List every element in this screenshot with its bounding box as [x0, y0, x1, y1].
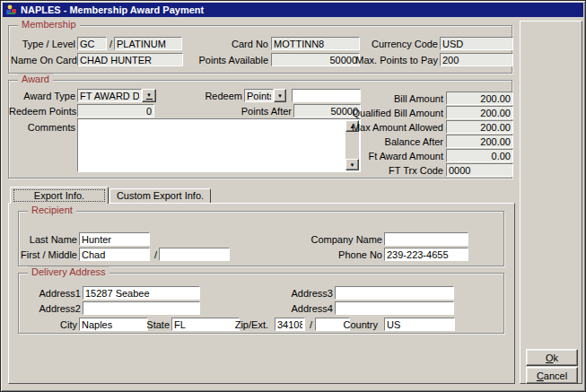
card-no-label: Card No: [197, 39, 268, 49]
tab-custom-export-info[interactable]: Custom Export Info.: [109, 188, 211, 203]
cancel-button[interactable]: Cancel: [526, 367, 578, 384]
card-no-field[interactable]: [271, 37, 360, 50]
balance-after-label: Balance After: [327, 136, 443, 147]
list-arrow-icon: ▼: [146, 92, 152, 98]
max-amount-allowed-label: Max Amount Allowed: [327, 122, 443, 133]
action-panel: Ok Cancel: [520, 21, 582, 384]
list-arrow-bar-icon: [146, 99, 153, 100]
type-level-label: Type / Level: [11, 39, 75, 49]
address4-field[interactable]: [335, 301, 454, 315]
qualified-bill-amount-field[interactable]: [446, 106, 513, 119]
address3-label: Address3: [277, 288, 333, 299]
comments-label: Comments: [11, 122, 75, 133]
address2-label: Address2: [27, 303, 81, 314]
award-type-dropdown-button[interactable]: ▼: [142, 89, 156, 102]
bill-amount-label: Bill Amount: [327, 93, 443, 104]
redeem-combo[interactable]: ▼: [244, 89, 286, 102]
first-middle-label: First / Middle: [19, 249, 77, 260]
recipient-group-title: Recipient: [28, 205, 76, 216]
ft-trx-code-label: FT Trx Code: [327, 165, 443, 176]
zip-slash: /: [310, 319, 312, 330]
ft-trx-code-field[interactable]: [446, 163, 513, 177]
ft-award-amount-field[interactable]: [446, 149, 513, 162]
tab-export-info[interactable]: Export Info.: [10, 187, 109, 204]
award-type-label: Award Type: [11, 91, 75, 101]
company-name-label: Company Name: [291, 234, 382, 245]
state-label: State: [134, 319, 170, 330]
membership-award-payment-window: NAPLES - Membership Award Payment Member…: [0, 0, 586, 392]
type-level-slash: /: [109, 39, 112, 49]
country-label: Country: [335, 319, 378, 330]
comments-textarea[interactable]: ▲ ▼: [77, 118, 361, 172]
membership-type-field[interactable]: [77, 37, 107, 50]
qualified-bill-amount-label: Qualified Bill Amount: [327, 108, 443, 118]
city-label: City: [23, 319, 77, 330]
award-type-combo[interactable]: ▼: [77, 89, 156, 102]
name-on-card-field[interactable]: [77, 53, 183, 66]
delivery-address-group-title: Delivery Address: [28, 266, 109, 278]
tab-focus-rect: [13, 189, 105, 202]
first-name-field[interactable]: [79, 248, 150, 261]
phone-no-field[interactable]: [384, 248, 468, 261]
membership-level-field[interactable]: [114, 37, 182, 50]
redeem-mode-field[interactable]: [244, 89, 274, 102]
points-after-label: Points After: [220, 106, 292, 117]
export-info-panel: Recipient Last Name First / Middle / Com…: [8, 203, 515, 384]
first-middle-slash: /: [154, 249, 157, 260]
name-on-card-label: Name On Card: [11, 55, 75, 65]
last-name-label: Last Name: [22, 234, 77, 245]
zip-ext-label: Zip/Ext.: [225, 319, 268, 330]
ok-button-label: Ok: [527, 351, 577, 365]
redeem-points-field[interactable]: [77, 104, 154, 118]
recipient-group: Recipient Last Name First / Middle / Com…: [18, 211, 504, 266]
address3-field[interactable]: [335, 286, 454, 300]
company-name-field[interactable]: [384, 232, 468, 246]
ft-award-amount-label: Ft Award Amount: [327, 151, 443, 161]
max-points-to-pay-field[interactable]: [440, 53, 513, 66]
window-title: NAPLES - Membership Award Payment: [21, 4, 204, 15]
currency-code-field[interactable]: [440, 37, 513, 50]
membership-group: Membership Type / Level / Card No Curren…: [8, 25, 512, 74]
award-group-title: Award: [18, 74, 53, 85]
last-name-field[interactable]: [79, 232, 150, 246]
address1-field[interactable]: [83, 286, 200, 300]
delivery-address-group: Delivery Address Address1 Address3 Addre…: [18, 273, 504, 334]
bill-amount-field[interactable]: [446, 91, 513, 105]
max-points-to-pay-label: Max. Points to Pay: [332, 55, 438, 65]
cancel-button-label: Cancel: [527, 369, 577, 383]
middle-name-field[interactable]: [159, 248, 230, 261]
redeem-label: Redeem: [188, 91, 242, 101]
tab-custom-export-info-label: Custom Export Info.: [110, 189, 210, 203]
max-amount-allowed-field[interactable]: [446, 120, 513, 134]
titlebar: NAPLES - Membership Award Payment: [3, 3, 583, 17]
dropdown-arrow-icon: ▼: [277, 93, 283, 99]
zip-field[interactable]: [275, 318, 305, 331]
address4-label: Address4: [277, 303, 333, 314]
address1-label: Address1: [27, 288, 81, 299]
award-type-field[interactable]: [77, 89, 142, 102]
award-group: Award Award Type ▼ Redeem ▼ Redeem Point…: [8, 80, 512, 179]
redeem-points-label: Redeem Points: [9, 106, 75, 117]
membership-group-title: Membership: [18, 19, 80, 30]
country-field[interactable]: [384, 318, 455, 331]
redeem-dropdown-button[interactable]: ▼: [274, 89, 286, 102]
ok-button[interactable]: Ok: [526, 349, 578, 366]
balance-after-field[interactable]: [446, 135, 513, 148]
address2-field[interactable]: [83, 301, 200, 315]
app-icon: [5, 4, 17, 16]
points-available-label: Points Available: [179, 55, 268, 65]
currency-code-label: Currency Code: [350, 39, 438, 49]
phone-no-label: Phone No: [291, 249, 382, 260]
